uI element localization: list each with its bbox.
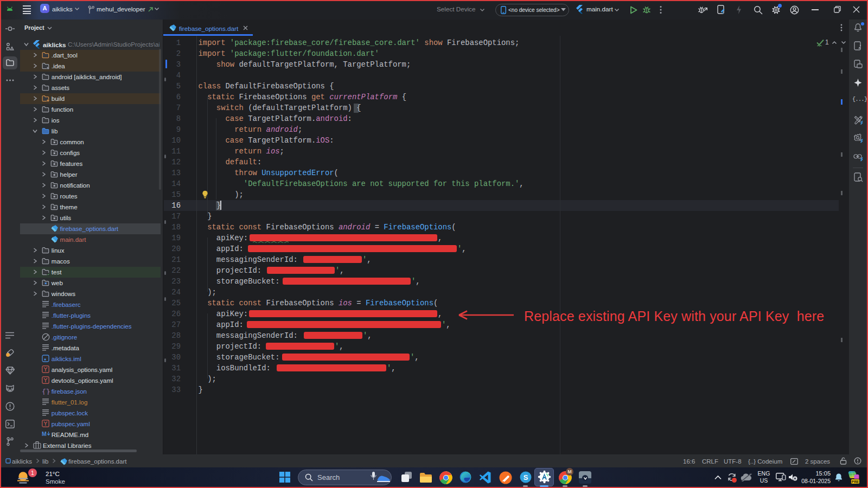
svg-text:M: M — [42, 431, 47, 437]
svg-text:{}: {} — [42, 388, 50, 395]
svg-text:S: S — [524, 473, 528, 481]
